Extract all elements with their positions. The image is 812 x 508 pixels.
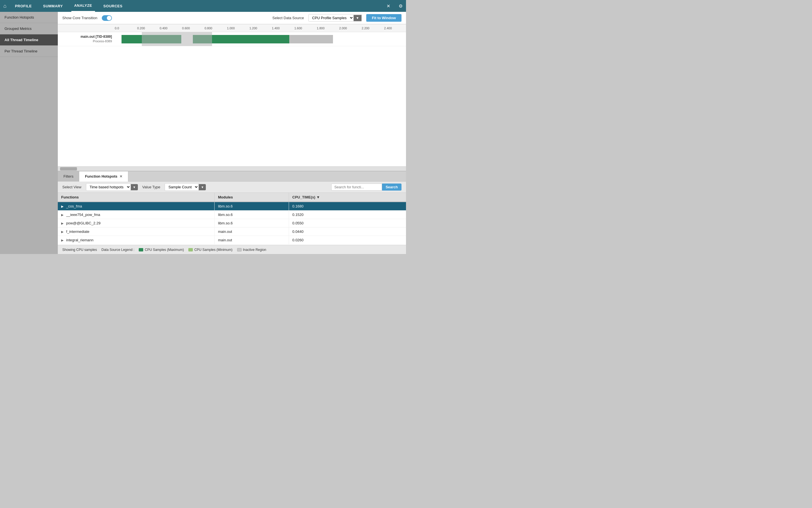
table-row[interactable]: ▶ _cos_fma libm.so.6 0.1680 — [58, 202, 406, 211]
timeline-row-label: main.out [TID-8389] Process-8389 — [58, 34, 114, 43]
legend-swatch-min — [188, 248, 193, 251]
scroll-thumb[interactable] — [60, 167, 77, 171]
nav-sources[interactable]: SOURCES — [101, 0, 125, 12]
ruler-mark-3: 0.600 — [181, 27, 204, 30]
search-button[interactable]: Search — [382, 183, 401, 190]
cpu-time-cell: 0.0440 — [289, 227, 406, 236]
legend-label-max: CPU Samples (Maximum) — [145, 248, 184, 252]
col-cpu-time[interactable]: CPU_TIME(s) ▼ — [289, 193, 406, 202]
ruler-mark-7: 1.400 — [271, 27, 294, 30]
bar-segment-gray — [289, 35, 333, 43]
data-source-select-box[interactable]: CPU Profile Samples ▼ — [308, 14, 362, 22]
tab-function-hotspots[interactable]: Function Hotspots ✕ — [79, 171, 128, 181]
legend-swatch-max — [139, 248, 143, 251]
data-source-select[interactable]: CPU Profile Samples — [309, 14, 353, 22]
module-cell: main.out — [215, 236, 289, 244]
data-source-dropdown-btn[interactable]: ▼ — [353, 15, 361, 21]
settings-icon[interactable]: ⚙ — [399, 3, 402, 9]
table-row[interactable]: ▶ integral_riemann main.out 0.0260 — [58, 236, 406, 244]
core-transition-toggle[interactable] — [102, 15, 112, 21]
process-id: Process-8389 — [58, 39, 112, 43]
select-view-control[interactable]: Time based hotspots ▼ — [86, 183, 138, 191]
cpu-time-cell: 0.1680 — [289, 202, 406, 211]
bottom-panel: Filters Function Hotspots ✕ Select View … — [58, 171, 406, 254]
table-row[interactable]: main.out [TID-8389] Process-8389 — [58, 32, 406, 46]
module-cell: main.out — [215, 227, 289, 236]
legend-label-inactive: Inactive Region — [243, 248, 266, 252]
value-type-label: Value Type — [142, 185, 161, 189]
table-row[interactable]: ▶ pow@@GLIBC_2.29 libm.so.6 0.0550 — [58, 219, 406, 227]
content-area: Show Core Transition Select Data Source … — [58, 12, 406, 254]
bottom-tabs: Filters Function Hotspots ✕ — [58, 171, 406, 181]
timeline-toolbar: Show Core Transition Select Data Source … — [58, 12, 406, 24]
function-name: pow@@GLIBC_2.29 — [66, 221, 101, 225]
select-view-label: Select View — [62, 185, 82, 189]
expand-arrow-icon[interactable]: ▶ — [61, 222, 63, 225]
value-type-arrow[interactable]: ▼ — [199, 184, 206, 190]
timeline-rows[interactable]: main.out [TID-8389] Process-8389 — [58, 32, 406, 166]
ruler-mark-1: 0.200 — [137, 27, 159, 30]
expand-arrow-icon[interactable]: ▶ — [61, 213, 63, 217]
close-icon[interactable]: ✕ — [387, 3, 390, 9]
function-table: Functions Modules CPU_TIME(s) ▼ ▶ _cos_f… — [58, 193, 406, 245]
search-input[interactable] — [331, 183, 382, 190]
sidebar-item-function-hotspots[interactable]: Function Hotspots — [0, 12, 58, 23]
cpu-time-cell: 0.0550 — [289, 219, 406, 227]
module-cell: libm.so.6 — [215, 211, 289, 219]
module-cell: libm.so.6 — [215, 219, 289, 227]
tab-close-icon[interactable]: ✕ — [120, 174, 122, 178]
bar-segment-1 — [122, 35, 142, 43]
bottom-toolbar: Select View Time based hotspots ▼ Value … — [58, 181, 406, 193]
function-name: _cos_fma — [66, 204, 82, 208]
sidebar-item-all-thread-timeline[interactable]: All Thread Timeline — [0, 34, 58, 46]
expand-arrow-icon[interactable]: ▶ — [61, 230, 63, 234]
select-view-arrow[interactable]: ▼ — [131, 184, 138, 190]
hotspots-table: Functions Modules CPU_TIME(s) ▼ ▶ _cos_f… — [58, 193, 406, 244]
ruler-mark-11: 2.200 — [361, 27, 384, 30]
expand-arrow-icon[interactable]: ▶ — [61, 239, 63, 242]
table-row[interactable]: ▶ __ieee754_pow_fma libm.so.6 0.1520 — [58, 211, 406, 219]
nav-analyze[interactable]: ANALYZE — [71, 0, 95, 12]
select-view-select[interactable]: Time based hotspots — [86, 183, 131, 191]
ruler-marks: 0.0 0.200 0.400 0.600 0.800 1.000 1.200 … — [114, 27, 406, 30]
nav-summary[interactable]: SUMMARY — [40, 0, 66, 12]
sidebar: Function Hotspots Grouped Metrics All Th… — [0, 12, 58, 254]
bar-segment-3 — [193, 35, 231, 43]
ruler-mark-0: 0.0 — [114, 27, 137, 30]
timeline-section: Show Core Transition Select Data Source … — [58, 12, 406, 171]
ruler-mark-8: 1.600 — [294, 27, 316, 30]
table-row[interactable]: ▶ f_intermediate main.out 0.0440 — [58, 227, 406, 236]
ruler-mark-9: 1.800 — [316, 27, 339, 30]
expand-arrow-icon[interactable]: ▶ — [61, 205, 63, 208]
sidebar-item-per-thread-timeline[interactable]: Per Thread Timeline — [0, 46, 58, 57]
tab-filters[interactable]: Filters — [58, 171, 79, 181]
bar-segment-2 — [142, 35, 181, 43]
legend-item-min: CPU Samples (Minimum) — [188, 248, 232, 252]
ruler-mark-6: 1.200 — [249, 27, 271, 30]
ruler-mark-2: 0.400 — [159, 27, 181, 30]
tab-function-hotspots-label: Function Hotspots — [85, 174, 117, 178]
fit-to-window-button[interactable]: Fit to Window — [366, 14, 401, 22]
legend-label-min: CPU Samples (Minimum) — [194, 248, 232, 252]
timeline-bar-area[interactable] — [114, 32, 406, 46]
function-cell: ▶ integral_riemann — [58, 236, 215, 244]
data-source-legend-label: Data Source Legend : — [101, 248, 134, 252]
ruler-mark-10: 2.000 — [339, 27, 361, 30]
sidebar-item-grouped-metrics[interactable]: Grouped Metrics — [0, 23, 58, 34]
ruler-mark-12: 2.400 — [383, 27, 406, 30]
tab-filters-label: Filters — [63, 174, 73, 178]
nav-profile[interactable]: PROFILE — [12, 0, 35, 12]
timeline-scroll[interactable] — [58, 166, 406, 171]
cpu-time-cell: 0.1520 — [289, 211, 406, 219]
show-core-transition-label: Show Core Transition — [62, 16, 97, 20]
function-cell: ▶ pow@@GLIBC_2.29 — [58, 219, 215, 227]
function-name: f_intermediate — [66, 229, 89, 234]
thread-id: main.out [TID-8389] — [58, 34, 112, 39]
ruler-mark-5: 1.000 — [226, 27, 249, 30]
search-box: Search — [331, 183, 401, 190]
timeline-ruler: 0.0 0.200 0.400 0.600 0.800 1.000 1.200 … — [58, 24, 406, 32]
legend-swatch-inactive — [237, 248, 242, 251]
value-type-control[interactable]: Sample Count ▼ — [165, 183, 206, 191]
home-icon[interactable]: ⌂ — [3, 3, 6, 9]
value-type-select[interactable]: Sample Count — [165, 183, 199, 191]
